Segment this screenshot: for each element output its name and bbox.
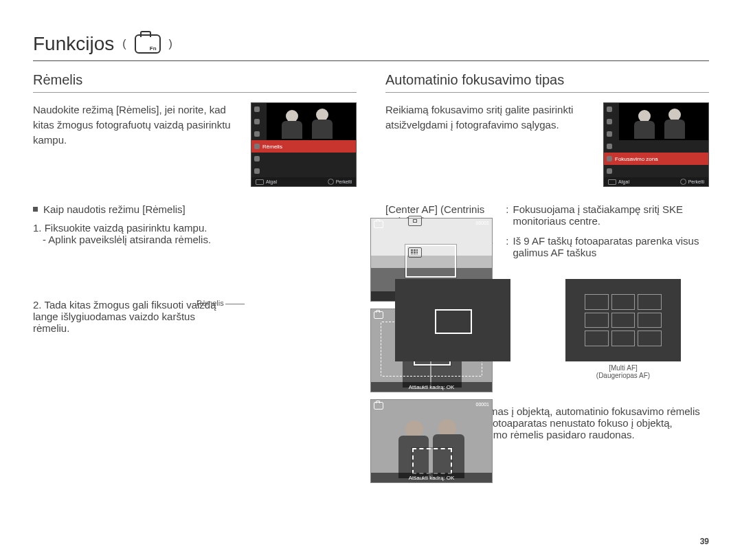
- step2-text: 2. Tada kitas žmogus gali fiksuoti vaizd…: [33, 299, 222, 334]
- multi-af-illustration: [565, 279, 681, 361]
- menu-icon: [607, 156, 612, 161]
- af-center-desc: Fokusuojama į stačiakampę sritį SKE moni…: [513, 202, 709, 234]
- menu-footer-right: Perkelti: [336, 179, 352, 184]
- af-multi-desc: Iš 9 AF taškų fotoaparatas parenka visus…: [513, 234, 709, 265]
- title-close-paren: ): [169, 38, 172, 50]
- menu-footer-left: Atgal: [618, 179, 629, 184]
- camera-fn-icon: Fn: [135, 34, 161, 54]
- menu-icon: [607, 168, 612, 174]
- shot-footer: Atšaukti kadrą: OK: [371, 473, 492, 482]
- shot-counter: 00001: [476, 221, 489, 228]
- shot-counter: 00001: [476, 402, 489, 410]
- title-rule: [33, 60, 709, 61]
- title-open-paren: (: [122, 38, 126, 50]
- shot-footer: Atšaukti kadrą: OK: [371, 382, 492, 392]
- menu-icon: [254, 156, 260, 161]
- right-intro-text: Reikiamą fokusavimo sritį galite pasirin…: [385, 102, 591, 133]
- menu-icon: [254, 168, 260, 174]
- center-af-icon: [408, 216, 422, 226]
- menu-icon: [607, 131, 612, 137]
- mode-icon: [374, 402, 383, 410]
- menu-footer-left: Atgal: [266, 179, 277, 184]
- camera-screenshot-3: 00001 Atšaukti kadrą: OK: [370, 399, 493, 483]
- menu-icon: [607, 119, 612, 124]
- menu-icon: [607, 144, 612, 149]
- multi-af-caption: [Multi AF] (Daugeriopas AF): [565, 364, 681, 379]
- mode-icon: [374, 221, 383, 228]
- page-title: Funkcijos: [33, 33, 114, 55]
- menu-thumbnail-af: Fokusavimo zona Atgal Perkelti: [603, 102, 709, 187]
- menu-icon: [254, 119, 260, 124]
- menu-move-icon: [680, 179, 686, 185]
- center-af-illustration: [395, 279, 510, 361]
- bullet-icon: [33, 207, 38, 212]
- menu-move-icon: [328, 179, 334, 185]
- frame-label: Rėmelis: [196, 299, 224, 307]
- menu-selected-label: Rėmelis: [262, 144, 282, 150]
- left-heading: Rėmelis: [33, 72, 357, 88]
- step1-sub: - Aplink paveikslėlį atsiranda rėmelis.: [33, 234, 222, 245]
- frame-label-line: [225, 304, 245, 304]
- menu-icon: [607, 107, 612, 112]
- howto-heading: Kaip naudotis režimu [Rėmelis]: [43, 203, 186, 215]
- colon: :: [506, 202, 513, 234]
- menu-back-icon: [608, 179, 616, 185]
- right-heading: Automatinio fokusavimo tipas: [385, 72, 709, 88]
- right-heading-rule: [385, 92, 709, 93]
- step1-text: 1. Fiksuokite vaizdą pasirinktu kampu.: [33, 222, 222, 234]
- page-number: 39: [700, 537, 709, 546]
- colon: :: [506, 234, 513, 265]
- left-intro-text: Naudokite režimą [Rėmelis], jei norite, …: [33, 102, 238, 147]
- menu-footer-right: Perkelti: [688, 179, 704, 184]
- left-heading-rule: [33, 92, 357, 93]
- menu-back-icon: [256, 179, 264, 185]
- menu-thumbnail-frame: Rėmelis Atgal Perkelti: [251, 102, 357, 187]
- menu-selected-label: Fokusavimo zona: [615, 156, 658, 162]
- mode-icon: [374, 311, 383, 319]
- menu-icon: [254, 144, 260, 149]
- multi-af-icon: [408, 247, 422, 258]
- menu-icon: [254, 107, 260, 112]
- menu-icon: [254, 131, 260, 137]
